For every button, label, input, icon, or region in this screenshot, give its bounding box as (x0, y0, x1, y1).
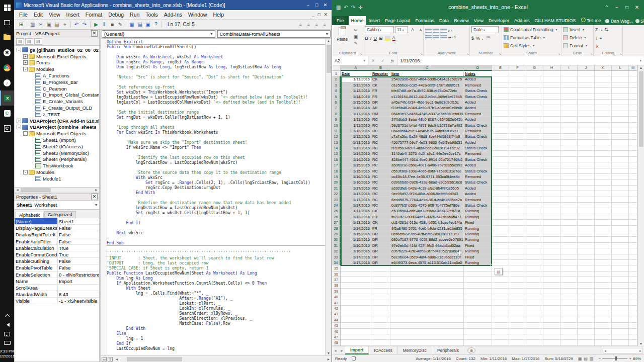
cell[interactable]: 1/16/2016 (341, 179, 371, 185)
zoom-slider[interactable] (602, 358, 627, 359)
cell[interactable] (509, 71, 526, 76)
cell[interactable] (612, 220, 629, 225)
format-as-table-button[interactable]: Format as Table▾ (504, 34, 545, 41)
row-header[interactable]: 13 (332, 140, 341, 145)
cell[interactable] (595, 323, 612, 328)
cell[interactable] (526, 76, 543, 82)
cell[interactable] (629, 300, 637, 306)
conditional-formatting-button[interactable]: Conditional Formatting▾ (504, 26, 557, 33)
row-header[interactable]: 33 (332, 254, 341, 260)
cell[interactable] (543, 128, 560, 134)
cell[interactable] (526, 179, 543, 185)
cell[interactable] (509, 128, 526, 134)
cell[interactable]: 1/14/2016 (341, 157, 371, 162)
cell[interactable] (526, 323, 543, 328)
cell[interactable] (543, 283, 560, 288)
object-dropdown[interactable]: (General)▾ (102, 30, 215, 38)
cell[interactable]: RM (371, 111, 390, 117)
cell[interactable] (629, 329, 637, 334)
cell[interactable] (464, 317, 492, 323)
cell[interactable] (526, 71, 543, 76)
cell[interactable] (526, 197, 543, 203)
cell[interactable]: Status Check (464, 157, 492, 162)
cell[interactable] (560, 340, 578, 345)
cell[interactable] (492, 197, 509, 203)
cell[interactable]: 1/11/2016 (341, 123, 371, 128)
cell[interactable] (526, 306, 543, 311)
redo-icon[interactable]: ↷ (351, 5, 355, 10)
row-header[interactable]: 7 (332, 105, 341, 111)
row-header[interactable]: 25 (332, 208, 341, 214)
cell[interactable]: RC (371, 162, 390, 168)
cell[interactable] (560, 334, 578, 340)
cell[interactable] (543, 306, 560, 311)
cell[interactable] (560, 283, 578, 288)
column-header[interactable]: C (390, 65, 464, 71)
row-header[interactable]: 35 (332, 265, 341, 271)
cell[interactable] (578, 323, 595, 328)
full-module-view-icon[interactable]: ≡ (108, 357, 113, 361)
cell[interactable] (595, 100, 612, 105)
cell[interactable] (595, 123, 612, 128)
shrink-font-button[interactable]: ᴀ (417, 27, 424, 33)
cell[interactable] (595, 179, 612, 185)
sheet-tab-ioaccess[interactable]: IOAccess (369, 347, 397, 354)
property-row[interactable]: EnableFormatConditioTrue (15, 251, 99, 258)
row-header[interactable]: 23 (332, 197, 341, 203)
cell[interactable] (492, 186, 509, 191)
cell[interactable] (578, 260, 595, 265)
cell[interactable] (341, 311, 371, 317)
tell-me-box[interactable]: Tell me (579, 16, 604, 25)
vba-close-button[interactable]: ✕ (321, 3, 330, 8)
cell[interactable] (578, 208, 595, 214)
cell[interactable] (526, 100, 543, 105)
property-value[interactable]: Sheet1 (58, 218, 99, 224)
cell[interactable] (578, 203, 595, 208)
row-header[interactable]: 30 (332, 237, 341, 242)
percent-style-button[interactable]: % (476, 36, 480, 41)
property-row[interactable]: ScrollArea (15, 285, 99, 291)
cell[interactable]: RC (371, 151, 390, 156)
cell[interactable] (509, 94, 526, 100)
cell[interactable]: 1/17/2016 (341, 203, 371, 208)
cell[interactable] (629, 168, 637, 174)
cell[interactable] (390, 283, 464, 288)
cell[interactable] (560, 117, 578, 122)
cell[interactable] (543, 220, 560, 225)
cell[interactable] (629, 226, 637, 231)
cell[interactable] (595, 168, 612, 174)
cell[interactable] (629, 186, 637, 191)
cell[interactable] (543, 243, 560, 248)
cell[interactable] (390, 289, 464, 294)
cell[interactable] (560, 214, 578, 220)
tree-item[interactable]: Sheet4 (Peripherals) (15, 156, 99, 163)
cell[interactable] (492, 283, 509, 288)
cell[interactable] (578, 243, 595, 248)
cell[interactable] (492, 111, 509, 117)
cell[interactable]: 680b7187-9770-4053-88d2-accee6e07891 (390, 237, 464, 242)
cell[interactable] (612, 283, 629, 288)
properties-tab-categorized[interactable]: Categorized (44, 211, 76, 218)
cell[interactable] (492, 311, 509, 317)
cell[interactable]: DR (371, 231, 390, 237)
cell[interactable] (560, 277, 578, 283)
fill-button[interactable]: ↓ (595, 36, 598, 41)
cell[interactable] (390, 329, 464, 334)
property-row[interactable]: EnableAutoFilterFalse (15, 238, 99, 245)
cell[interactable] (629, 306, 637, 311)
ribbon-tab-formulas[interactable]: Formulas (413, 16, 437, 25)
cell[interactable]: 1/12/2016 (341, 128, 371, 134)
cell[interactable] (492, 88, 509, 94)
cell[interactable]: e5385564-dffe-4fa7-995a-046c432ed21a (390, 208, 464, 214)
row-header[interactable]: 32 (332, 248, 341, 254)
cell[interactable] (595, 340, 612, 345)
cell[interactable] (341, 283, 371, 288)
cell[interactable] (543, 226, 560, 231)
tree-item[interactable]: A_Functions (15, 72, 99, 79)
cell[interactable]: DR (371, 237, 390, 242)
tree-item[interactable]: +VBAProject (CFK Add-In 510.xl (15, 118, 99, 124)
cell[interactable]: Added (464, 140, 492, 145)
row-header[interactable]: 20 (332, 179, 341, 185)
cell[interactable]: 1/15/2016 (341, 100, 371, 105)
cell[interactable]: Removed (464, 151, 492, 156)
